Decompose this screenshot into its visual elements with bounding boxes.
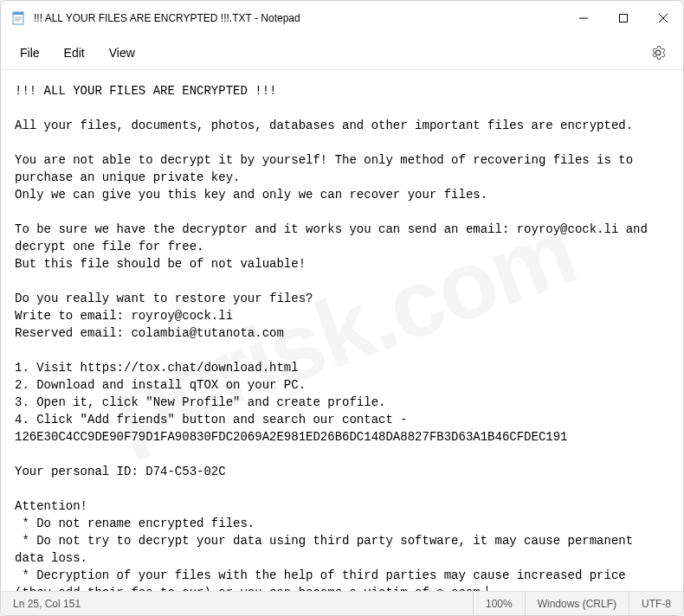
statusbar: Ln 25, Col 151 100% Windows (CRLF) UTF-8 bbox=[1, 591, 683, 615]
text-editor[interactable]: !!! ALL YOUR FILES ARE ENCRYPTED !!! All… bbox=[1, 70, 683, 591]
status-zoom[interactable]: 100% bbox=[474, 592, 526, 615]
editor-content: !!! ALL YOUR FILES ARE ENCRYPTED !!! All… bbox=[15, 84, 655, 591]
window-title: !!! ALL YOUR FILES ARE ENCRYPTED !!!.TXT… bbox=[34, 12, 564, 24]
svg-rect-1 bbox=[13, 12, 23, 15]
text-cursor bbox=[487, 586, 487, 591]
menu-edit[interactable]: Edit bbox=[52, 41, 97, 65]
notepad-window: !!! ALL YOUR FILES ARE ENCRYPTED !!!.TXT… bbox=[0, 0, 684, 616]
status-encoding: UTF-8 bbox=[629, 592, 683, 615]
maximize-icon bbox=[619, 14, 628, 22]
minimize-button[interactable] bbox=[564, 1, 603, 35]
close-icon bbox=[659, 14, 668, 22]
maximize-button[interactable] bbox=[603, 1, 643, 35]
notepad-icon bbox=[11, 11, 25, 25]
menu-file[interactable]: File bbox=[8, 41, 52, 65]
settings-button[interactable] bbox=[640, 40, 676, 66]
status-lineending: Windows (CRLF) bbox=[526, 592, 629, 615]
svg-rect-6 bbox=[620, 14, 628, 22]
menubar: File Edit View bbox=[1, 35, 683, 70]
window-controls bbox=[564, 1, 683, 35]
gear-icon bbox=[650, 45, 666, 61]
close-button[interactable] bbox=[643, 1, 683, 35]
menu-view[interactable]: View bbox=[97, 41, 147, 65]
titlebar: !!! ALL YOUR FILES ARE ENCRYPTED !!!.TXT… bbox=[1, 1, 683, 35]
minimize-icon bbox=[579, 14, 588, 22]
status-position: Ln 25, Col 151 bbox=[1, 592, 474, 615]
